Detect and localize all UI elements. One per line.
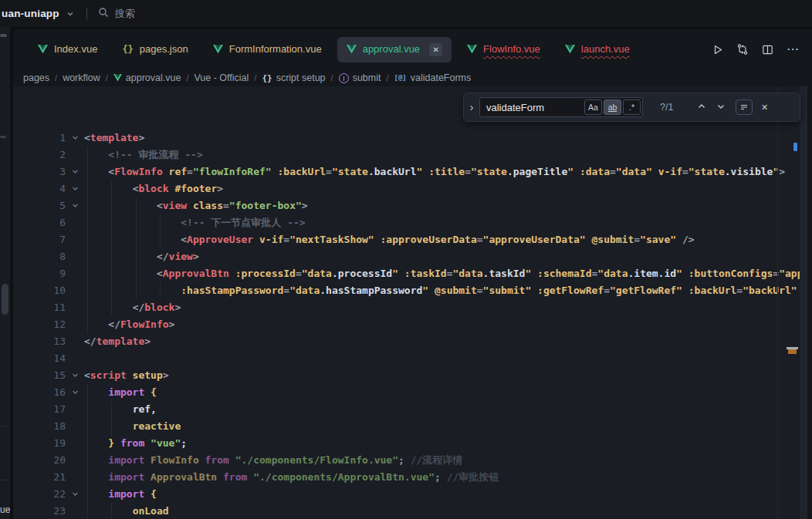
code-line-7[interactable]: 7 <ApproveUser v-if="nextTaskShow" :appr… bbox=[13, 231, 800, 248]
code-token: " bbox=[422, 285, 428, 296]
code-line-21[interactable]: 21 import ApprovalBtn from "./components… bbox=[13, 469, 800, 486]
code-token: from bbox=[199, 454, 229, 466]
indent-guide bbox=[111, 248, 112, 265]
code-token: </ bbox=[84, 335, 96, 347]
code-token: = bbox=[477, 234, 483, 245]
global-search[interactable]: 搜索 bbox=[98, 7, 135, 21]
run-icon[interactable] bbox=[712, 44, 723, 56]
code-line-16[interactable]: 16 import { bbox=[13, 384, 800, 401]
code-token: "./components/FlowInfo.vue" bbox=[229, 454, 398, 466]
code-line-13[interactable]: 13</template> bbox=[13, 333, 800, 350]
tab-launch-vue[interactable]: launch.vue bbox=[556, 38, 639, 61]
code-line-15[interactable]: 15<script setup> bbox=[13, 367, 800, 384]
line-number: 5 bbox=[13, 197, 66, 214]
code-line-17[interactable]: 17 ref, bbox=[13, 401, 800, 418]
code-token: :approveUserData bbox=[374, 234, 477, 245]
fold-chevron-icon[interactable] bbox=[66, 197, 84, 214]
breadcrumb-item-submit[interactable]: submit bbox=[339, 72, 381, 83]
code-editor[interactable]: 1<template>2 <!-- 审批流程 -->3 <FlowInfo re… bbox=[13, 86, 812, 519]
breadcrumb-item-vue-official[interactable]: Vue - Official bbox=[194, 72, 249, 83]
more-actions-icon[interactable]: ⋯ bbox=[787, 45, 800, 53]
code-line-12[interactable]: 12 </FlowInfo> bbox=[13, 316, 800, 333]
whole-word-toggle[interactable]: ab bbox=[604, 99, 621, 115]
indent-guide bbox=[136, 197, 137, 214]
code-line-9[interactable]: 9 <ApprovalBtn :processId="data.processI… bbox=[13, 265, 800, 282]
line-number: 15 bbox=[13, 367, 66, 384]
indent-guide bbox=[111, 231, 112, 248]
previous-match-icon[interactable] bbox=[697, 100, 706, 114]
tab-forminformation-vue[interactable]: FormInformation.vue bbox=[204, 38, 331, 61]
code-token: import bbox=[108, 454, 144, 466]
editor-ruler-line bbox=[777, 86, 778, 519]
project-name[interactable]: uan-uniapp bbox=[2, 8, 59, 19]
breadcrumb-item-script-setup[interactable]: {}script setup bbox=[262, 72, 325, 83]
code-token: setup bbox=[127, 369, 163, 381]
code-token: "data bbox=[452, 268, 482, 279]
breadcrumb-label: approval.vue bbox=[126, 72, 181, 83]
code-line-2[interactable]: 2 <!-- 审批流程 --> bbox=[13, 147, 800, 163]
regex-toggle[interactable]: .* bbox=[623, 99, 641, 115]
sidebar-scrollbar-thumb[interactable] bbox=[2, 284, 8, 315]
code-token: :data bbox=[573, 166, 610, 177]
next-match-icon[interactable] bbox=[716, 100, 726, 114]
indent-guide bbox=[136, 248, 137, 265]
code-token: < bbox=[108, 166, 114, 177]
code-token: " bbox=[676, 268, 682, 279]
code-token: <!-- 审批流程 --> bbox=[108, 149, 202, 160]
code-line-8[interactable]: 8 </view> bbox=[13, 248, 800, 265]
breadcrumb-item-approval-vue[interactable]: approval.vue bbox=[113, 72, 181, 83]
code-token: view bbox=[163, 200, 187, 211]
open-changes-icon[interactable] bbox=[736, 43, 749, 56]
project-chevron-down-icon[interactable] bbox=[66, 10, 74, 18]
code-line-23[interactable]: 23 onLoad bbox=[13, 503, 800, 519]
line-number: 16 bbox=[13, 384, 66, 401]
code-line-18[interactable]: 18 reactive bbox=[13, 418, 800, 435]
line-number: 1 bbox=[13, 130, 66, 147]
find-close-icon[interactable]: ✕ bbox=[761, 103, 768, 113]
indent-guide bbox=[87, 147, 88, 163]
sidebar-divider bbox=[0, 426, 10, 426]
breadcrumb-label: Vue - Official bbox=[194, 72, 249, 83]
fold-chevron-icon[interactable] bbox=[66, 163, 84, 180]
code-line-1[interactable]: 1<template> bbox=[13, 130, 800, 147]
indent bbox=[84, 302, 133, 313]
tab-pages-json[interactable]: {}pages.json bbox=[113, 38, 197, 61]
tab-approval-vue[interactable]: approval.vue✕ bbox=[337, 37, 452, 62]
code-line-3[interactable]: 3 <FlowInfo ref="flowInfoRef" :backUrl="… bbox=[13, 163, 800, 180]
code-line-22[interactable]: 22 import { bbox=[13, 486, 800, 503]
tab-close-icon[interactable]: ✕ bbox=[429, 43, 442, 56]
fold-chevron-icon[interactable] bbox=[66, 384, 84, 401]
tab-index-vue[interactable]: Index.vue bbox=[29, 38, 107, 61]
code-token: ; bbox=[435, 471, 441, 483]
code-token: :schemaId bbox=[531, 268, 591, 279]
breadcrumb-item-pages[interactable]: pages bbox=[23, 72, 49, 83]
code-line-20[interactable]: 20 import FlowInfo from "./components/Fl… bbox=[13, 452, 800, 469]
fold-chevron-icon[interactable] bbox=[66, 367, 84, 384]
breadcrumb-item-workflow[interactable]: workflow bbox=[63, 72, 100, 83]
code-line-11[interactable]: 11 </block> bbox=[13, 299, 800, 316]
code-line-10[interactable]: 10 :hasStampPassword="data.hasStampPassw… bbox=[13, 282, 800, 299]
code-line-14[interactable]: 14 bbox=[13, 350, 800, 367]
code-line-5[interactable]: 5 <view class="footer-box"> bbox=[13, 197, 800, 214]
editor-scrollbar[interactable] bbox=[800, 86, 807, 519]
fold-chevron-icon[interactable] bbox=[66, 486, 84, 503]
code-line-4[interactable]: 4 <block #footer> bbox=[13, 180, 800, 197]
fold-chevron-icon[interactable] bbox=[66, 180, 84, 197]
find-input[interactable]: validateForm Aa ab .* bbox=[479, 97, 643, 117]
code-line-19[interactable]: 19 } from "vue"; bbox=[13, 435, 800, 452]
vue-icon bbox=[347, 45, 357, 54]
match-case-toggle[interactable]: Aa bbox=[584, 99, 602, 115]
code-line-6[interactable]: 6 <!-- 下一节点审批人 --> bbox=[13, 214, 800, 231]
split-editor-icon[interactable] bbox=[762, 44, 773, 56]
breadcrumb-item-validateforms[interactable]: [@]validateForms bbox=[394, 72, 472, 83]
indent-guide bbox=[160, 214, 161, 231]
code-token: ref bbox=[163, 166, 187, 177]
tab-flowinfo-vue[interactable]: FlowInfo.vue bbox=[458, 38, 550, 61]
breadcrumb: pages/workflow/approval.vue/Vue - Offici… bbox=[13, 69, 812, 86]
find-in-selection-icon[interactable] bbox=[736, 99, 753, 115]
sidebar-partial-item bbox=[0, 136, 6, 138]
indent-guide bbox=[111, 197, 112, 214]
fold-chevron-icon[interactable] bbox=[66, 130, 84, 147]
code-token: "backUrl" bbox=[743, 285, 797, 296]
toggle-replace-chevron-icon[interactable]: › bbox=[464, 101, 479, 113]
